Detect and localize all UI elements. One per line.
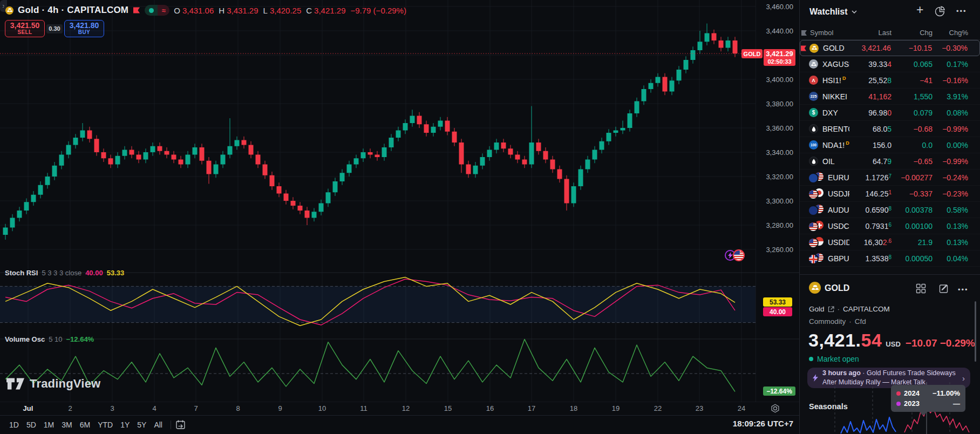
symbol-legend[interactable]: Gold · 4h · CAPITALCOM ≈ O3,431.06 H3,43…: [5, 3, 406, 17]
stoch-rsi-legend[interactable]: Stoch RSI5 3 3 3 close 40.00 53.33: [5, 269, 124, 277]
volume-osc-legend[interactable]: Volume Osc5 10 −12.64%: [5, 335, 94, 343]
watchlist-row-hsi1![interactable]: ΛHSI1!D25,528−41−0.16%: [800, 72, 980, 89]
tradingview-watermark: TradingView: [6, 377, 100, 391]
watchlist-row-dxy[interactable]: $DXY96.9800.0790.08%: [800, 105, 980, 121]
detail-name[interactable]: Gold: [809, 305, 825, 313]
price-frac: 54: [861, 330, 882, 350]
row-last: 3,421.46: [849, 44, 891, 52]
row-last: 0.65908: [849, 206, 891, 214]
range-1y[interactable]: 1Y: [117, 418, 133, 431]
col-last[interactable]: Last: [849, 29, 891, 37]
time-axis-label: 17: [528, 404, 535, 412]
watchlist-title[interactable]: Watchlist: [809, 7, 857, 17]
watchlist-row-audusd[interactable]: AUDUSD0.659080.003780.58%: [800, 202, 980, 218]
grid-layout-icon[interactable]: [916, 283, 926, 294]
time-axis-label: 9: [278, 404, 282, 412]
volume-osc-badge: −12.64%: [763, 386, 795, 396]
time-axis-label: 10: [318, 404, 326, 412]
sell-button[interactable]: 3,421.50SELL: [5, 20, 45, 37]
chevron-down-icon: [852, 10, 857, 13]
more-options-icon[interactable]: •••: [958, 286, 969, 294]
pie-chart-icon[interactable]: [935, 6, 945, 17]
watchlist-row-xagusd[interactable]: XAGUSD39.3340.0650.17%: [800, 56, 980, 72]
go-to-date-icon[interactable]: [175, 419, 186, 430]
economic-event-usflag-icon[interactable]: [733, 249, 745, 261]
clock[interactable]: 18:09:26 UTC+7: [696, 419, 793, 428]
col-chg-pct[interactable]: Chg%: [933, 29, 968, 37]
row-symbol: BRENTOI: [822, 125, 849, 133]
close-value: 3,421.29: [314, 6, 345, 15]
row-change-pct: 0.04%: [933, 254, 968, 263]
watchlist-row-brentoi[interactable]: BRENTOI68.05−0.68−0.99%: [800, 121, 980, 137]
row-change: 1,550: [891, 92, 933, 101]
watchlist-row-gbpusd[interactable]: GBPUSD1.353880.000500.04%: [800, 250, 980, 267]
buy-button[interactable]: 3,421.80BUY: [64, 20, 104, 37]
watchlist-row-nikkei[interactable]: 225NIKKEI41,1621,5503.91%: [800, 89, 980, 105]
range-6m[interactable]: 6M: [76, 418, 94, 431]
candles[interactable]: [3, 24, 738, 240]
watchlist-row-eurusd[interactable]: EURUSD1.17267−0.00277−0.24%: [800, 169, 980, 186]
row-change: 0.00100: [891, 222, 933, 230]
currency-pair-icon: [809, 172, 824, 182]
row-last: 64.79: [849, 157, 891, 166]
external-link-icon[interactable]: [828, 306, 834, 313]
symbol-title[interactable]: Gold · 4h · CAPITALCOM: [18, 5, 128, 16]
row-change-pct: −0.30%: [932, 44, 968, 52]
stoch-d-value: 40.00: [85, 269, 103, 277]
watchlist-row-gold[interactable]: GOLD3,421.46−10.15−0.30%: [800, 40, 980, 56]
row-change-pct: 0.08%: [933, 109, 968, 117]
range-1d[interactable]: 1D: [5, 418, 23, 431]
col-symbol[interactable]: Symbol: [810, 29, 833, 37]
news-time: 3 hours ago: [822, 369, 861, 377]
watchlist-row-nda1![interactable]: 100NDA1!D156.00.00.00%: [800, 137, 980, 153]
stoch-k-value: 53.33: [107, 269, 125, 277]
toolbar-divider: [171, 421, 171, 429]
watchlist-row-usdjpy[interactable]: USDJPY146.251−0.337−0.23%: [800, 186, 980, 202]
market-status-pill[interactable]: ≈: [145, 5, 169, 16]
time-axis-label: 18: [570, 404, 577, 412]
time-axis-label: 16: [486, 404, 494, 412]
bottom-toolbar: 1D5D1M3M6MYTD1Y5YAll: [0, 415, 799, 434]
col-chg[interactable]: Chg: [891, 29, 933, 37]
symbol-detail-panel: GOLD ••• Gold · CAPITALCOM Commodity·Cfd: [800, 274, 980, 275]
row-change-pct: 3.91%: [933, 92, 968, 101]
range-5d[interactable]: 5D: [23, 418, 40, 431]
row-change: 0.00378: [891, 206, 933, 214]
range-all[interactable]: All: [150, 418, 166, 431]
row-last: 41,162: [849, 92, 891, 101]
row-last: 96.980: [849, 109, 891, 117]
row-change-pct: 0.17%: [933, 60, 968, 69]
watchlist-row-oil[interactable]: OIL64.79−0.65−0.99%: [800, 153, 980, 169]
detail-exchange: CAPITALCOM: [843, 305, 890, 313]
range-1m[interactable]: 1M: [40, 418, 58, 431]
axis-settings-icon[interactable]: [771, 404, 780, 413]
watchlist-row-usdidr[interactable]: USDIDR16,302.621.90.13%: [800, 234, 980, 250]
range-5y[interactable]: 5Y: [133, 418, 150, 431]
range-ytd[interactable]: YTD: [94, 418, 117, 431]
chart-canvas[interactable]: [0, 0, 799, 402]
time-axis[interactable]: Jul2347891011121516171819222324: [0, 402, 799, 416]
row-change: −10.15: [891, 44, 932, 52]
watchlist-row-usdchf[interactable]: USDCHF0.793160.001000.13%: [800, 218, 980, 234]
tradingview-logo-icon: [6, 377, 25, 390]
more-options-icon[interactable]: •••: [956, 7, 967, 15]
row-symbol: USDCHF: [828, 222, 849, 230]
flag-bookmark-icon[interactable]: [133, 7, 140, 14]
oil-drop-icon: [809, 124, 818, 133]
scrollbar-thumb[interactable]: [975, 301, 976, 362]
range-3m[interactable]: 3M: [58, 418, 76, 431]
series-dot-icon: [896, 391, 901, 396]
bar-countdown: 02:50:33: [767, 58, 791, 65]
price-int: 3,421.: [808, 330, 861, 350]
row-symbol: OIL: [822, 157, 835, 166]
time-axis-label: 7: [194, 404, 198, 412]
edit-note-icon[interactable]: [939, 283, 949, 294]
row-change: 0.065: [891, 60, 933, 69]
market-open-status: Market open: [809, 355, 859, 363]
watchlist-column-headers: Symbol Last Chg Chg%: [800, 26, 980, 40]
row-last: 1.35388: [849, 254, 891, 263]
ohlc-readout: O3,431.06 H3,431.29 L3,420.25 C3,421.29 …: [174, 6, 406, 15]
add-symbol-icon[interactable]: +: [916, 3, 923, 17]
volume-osc-line[interactable]: [5, 339, 735, 391]
row-symbol: AUDUSD: [828, 206, 849, 214]
